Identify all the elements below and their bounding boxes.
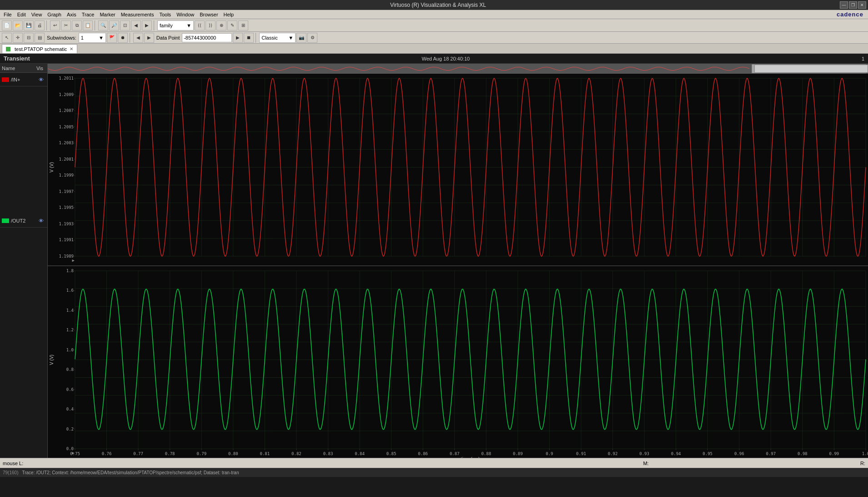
- menu-tools[interactable]: Tools: [156, 11, 174, 18]
- waveform-canvas-bottom: [48, 266, 868, 458]
- menu-file[interactable]: File: [1, 11, 15, 18]
- status-left: mouse L:: [3, 461, 431, 466]
- copy-button[interactable]: ⧉: [72, 20, 82, 30]
- tab-bar: test.PTATOP schematic ✕: [0, 44, 868, 54]
- subwindows-label: Subwindows:: [45, 35, 78, 41]
- data-point-label: Data Point: [155, 35, 181, 41]
- waveform-top: [48, 74, 868, 266]
- legend-color-in-plus: [2, 77, 9, 82]
- info-bar: 79(160) Trace: /OUT2; Context: /home/meo…: [0, 468, 868, 477]
- sweep-param-button[interactable]: ⊕: [216, 20, 226, 30]
- menu-browser[interactable]: Browser: [197, 11, 221, 18]
- snapshot-button[interactable]: 📷: [296, 33, 306, 43]
- toolbar1: 📄 📂 💾 🖨 ↩ ✂ ⧉ 📋 🔍 🔎 ⊡ ◀ ▶ family ▼ ⟨⟨ ⟩⟩…: [0, 19, 868, 32]
- legend-label-out2: /OUT2: [11, 218, 36, 223]
- settings-button[interactable]: ⚙: [307, 33, 317, 43]
- legend-name-header: Name: [2, 66, 34, 71]
- toolbar2: ↖ ✛ ⊟ ▤ Subwindows: 1 ▼ 🚩 ⏺ ◀ ▶ Data Poi…: [0, 32, 868, 44]
- info-index: 79(160): [3, 470, 18, 475]
- cut-button[interactable]: ✂: [61, 20, 71, 30]
- menu-axis[interactable]: Axis: [64, 11, 79, 18]
- subwindows-dropdown[interactable]: 1 ▼: [79, 33, 106, 43]
- tab-main[interactable]: test.PTATOP schematic ✕: [2, 44, 77, 53]
- classic-dropdown[interactable]: Classic ▼: [259, 33, 296, 43]
- subwindows-chevron-icon: ▼: [99, 35, 104, 41]
- close-button[interactable]: ✕: [858, 1, 866, 9]
- menu-help[interactable]: Help: [221, 11, 237, 18]
- legend-item-out2[interactable]: /OUT2 👁: [0, 214, 47, 228]
- status-center: M:: [431, 461, 860, 466]
- menu-window[interactable]: Window: [174, 11, 197, 18]
- legend-item-in-plus[interactable]: /IN+ 👁: [0, 73, 47, 86]
- transient-label: Transient: [0, 55, 34, 62]
- open-button[interactable]: 📂: [13, 20, 23, 30]
- data-point-set[interactable]: ▶: [233, 33, 243, 43]
- sweep-back-button[interactable]: ⟨⟨: [195, 20, 205, 30]
- legend-label-in-plus: /IN+: [11, 77, 36, 82]
- menu-graph[interactable]: Graph: [45, 11, 64, 18]
- nav-viewport-indicator[interactable]: [754, 65, 868, 73]
- record-button[interactable]: ⏺: [118, 33, 128, 43]
- paste-button[interactable]: 📋: [83, 20, 93, 30]
- sep5: [256, 33, 257, 43]
- page-number: 1: [858, 56, 868, 61]
- classic-chevron-icon: ▼: [288, 35, 293, 41]
- data-point-stop[interactable]: ⏹: [244, 33, 254, 43]
- next-button[interactable]: ▶: [142, 20, 152, 30]
- legend-color-out2: [2, 218, 9, 223]
- menu-measurements[interactable]: Measurements: [118, 11, 157, 18]
- sep4: [130, 33, 131, 43]
- menu-view[interactable]: View: [29, 11, 45, 18]
- family-label: family: [160, 23, 186, 28]
- crosshair-tool[interactable]: ✛: [13, 33, 23, 43]
- classic-value: Classic: [261, 35, 288, 41]
- menu-marker[interactable]: Marker: [97, 11, 118, 18]
- new-button[interactable]: 📄: [2, 20, 12, 30]
- undo-button[interactable]: ↩: [50, 20, 60, 30]
- nav-canvas: [48, 64, 868, 74]
- subwindow-tool[interactable]: ⊟: [24, 33, 34, 43]
- sweep-edit-button[interactable]: ✎: [227, 20, 237, 30]
- waveform-bottom: [48, 266, 868, 458]
- flag-button[interactable]: 🚩: [107, 33, 117, 43]
- legend-panel: Name Vis /IN+ 👁 /OUT2 👁: [0, 64, 48, 458]
- menu-bar: File Edit View Graph Axis Trace Marker M…: [0, 10, 868, 19]
- grid-button[interactable]: ⊞: [238, 20, 248, 30]
- family-chevron-icon: ▼: [186, 23, 191, 28]
- menu-trace[interactable]: Trace: [79, 11, 97, 18]
- legend-eye-out2[interactable]: 👁: [36, 218, 45, 223]
- next-data-button[interactable]: ▶: [144, 33, 154, 43]
- fit-button[interactable]: ⊡: [120, 20, 130, 30]
- prev-button[interactable]: ◀: [131, 20, 141, 30]
- tab-close-icon[interactable]: ✕: [70, 46, 73, 51]
- menu-edit[interactable]: Edit: [15, 11, 29, 18]
- waveform-canvas-top: [48, 74, 868, 265]
- info-trace: Trace: /OUT2; Context: /home/meow/EDA/te…: [22, 470, 239, 475]
- family-dropdown[interactable]: family ▼: [157, 20, 194, 30]
- tab-label: test.PTATOP schematic: [15, 46, 67, 52]
- sweep-fwd-button[interactable]: ⟩⟩: [206, 20, 216, 30]
- zoom-in-button[interactable]: 🔍: [98, 20, 108, 30]
- data-point-input[interactable]: [182, 33, 232, 42]
- plot-area: [48, 64, 868, 458]
- timestamp: Wed Aug 18 20:40:10: [418, 56, 474, 61]
- save-button[interactable]: 💾: [24, 20, 34, 30]
- zoom-out-button[interactable]: 🔎: [109, 20, 119, 30]
- brand-logo: cadence: [837, 11, 867, 18]
- layout-tool[interactable]: ▤: [35, 33, 45, 43]
- sep1: [46, 20, 48, 30]
- sep3: [154, 20, 156, 30]
- restore-button[interactable]: ❐: [849, 1, 857, 9]
- status-right: R:: [860, 461, 865, 466]
- legend-eye-in-plus[interactable]: 👁: [36, 77, 45, 82]
- window-title: Virtuoso (R) Visualization & Analysis XL: [36, 2, 840, 8]
- print-button[interactable]: 🖨: [35, 20, 45, 30]
- sep2: [95, 20, 96, 30]
- main-content: Transient Wed Aug 18 20:40:10 1 Name Vis…: [0, 54, 868, 477]
- window-controls[interactable]: — ❐ ✕: [840, 1, 868, 9]
- legend-header: Name Vis: [0, 64, 47, 73]
- prev-data-button[interactable]: ◀: [133, 33, 143, 43]
- pointer-tool[interactable]: ↖: [2, 33, 12, 43]
- nav-strip[interactable]: [48, 64, 868, 74]
- minimize-button[interactable]: —: [840, 1, 848, 9]
